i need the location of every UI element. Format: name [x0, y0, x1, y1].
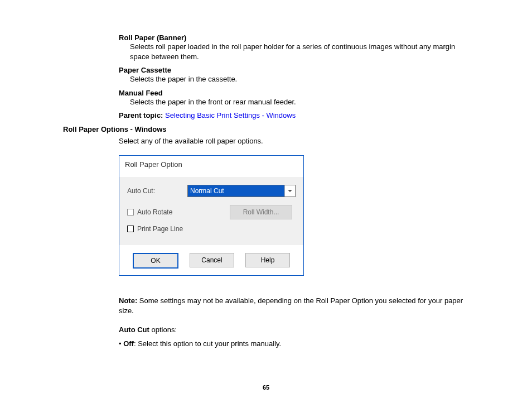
parent-topic: Parent topic: Selecting Basic Print Sett…	[63, 111, 468, 119]
roll-width-button[interactable]: Roll Width...	[230, 205, 292, 219]
auto-cut-options-label: Auto Cut	[119, 325, 149, 334]
roll-paper-banner-title: Roll Paper (Banner)	[63, 33, 468, 42]
auto-cut-options-line: Auto Cut options:	[63, 325, 468, 334]
note-label: Note:	[119, 296, 139, 305]
parent-topic-label: Parent topic:	[119, 111, 165, 119]
page-number: 65	[0, 384, 532, 391]
help-button[interactable]: Help	[245, 253, 290, 267]
bullet-prefix: •	[119, 339, 123, 348]
bullet-off: • Off: Select this option to cut your pr…	[63, 339, 468, 348]
bullet-off-text: : Select this option to cut your prints …	[134, 339, 281, 348]
note: Note: Some settings may not be available…	[63, 296, 468, 315]
chevron-down-icon	[288, 190, 292, 192]
bullet-off-label: Off	[123, 339, 134, 348]
paper-cassette-desc: Selects the paper in the cassette.	[63, 74, 468, 84]
auto-cut-value: Normal Cut	[188, 185, 284, 197]
roll-paper-banner-desc: Selects roll paper loaded in the roll pa…	[63, 42, 468, 61]
parent-topic-link[interactable]: Selecting Basic Print Settings - Windows	[165, 111, 296, 119]
roll-paper-option-dialog: Roll Paper Option Auto Cut: Normal Cut A…	[119, 155, 304, 276]
cancel-button[interactable]: Cancel	[190, 253, 234, 267]
paper-cassette-title: Paper Cassette	[63, 66, 468, 74]
auto-cut-options-suffix: options:	[149, 325, 177, 334]
section-heading: Roll Paper Options - Windows	[63, 125, 468, 133]
dialog-title: Roll Paper Option	[119, 156, 303, 177]
ok-button[interactable]: OK	[133, 253, 178, 269]
auto-cut-select[interactable]: Normal Cut	[187, 185, 296, 197]
auto-cut-label: Auto Cut:	[127, 187, 187, 195]
auto-rotate-checkbox[interactable]	[127, 209, 134, 215]
auto-cut-dropdown-button[interactable]	[284, 185, 295, 197]
note-text: Some settings may not be available, depe…	[119, 296, 463, 315]
section-intro: Select any of the available roll paper o…	[63, 137, 468, 145]
print-page-line-label: Print Page Line	[137, 225, 183, 233]
auto-rotate-label: Auto Rotate	[137, 208, 172, 216]
manual-feed-desc: Selects the paper in the front or rear m…	[63, 97, 468, 107]
manual-feed-title: Manual Feed	[63, 89, 468, 97]
print-page-line-checkbox[interactable]	[127, 226, 134, 232]
